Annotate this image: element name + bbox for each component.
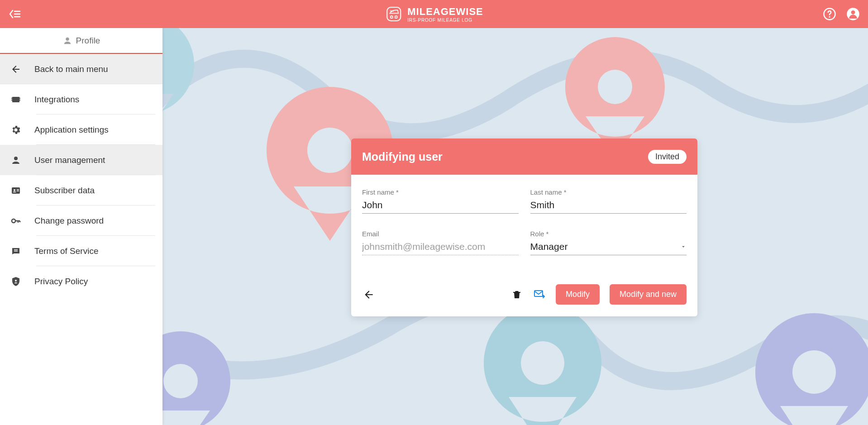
modal-header: Modifying user Invited [351,138,697,175]
role-select[interactable]: Manager [530,240,687,255]
sidebar-item-label: User management [34,155,105,165]
svg-point-28 [15,280,17,282]
sidebar-item-terms[interactable]: Terms of Service [0,236,162,266]
first-name-label: First name * [362,188,519,196]
account-icon [846,7,860,21]
header-right [823,7,860,21]
sidebar-item-label: Integrations [34,95,79,105]
trash-icon [511,289,522,300]
svg-point-19 [14,189,15,191]
key-icon [10,215,22,227]
last-name-input[interactable] [530,199,687,214]
modal-back-button[interactable] [362,288,376,301]
svg-point-31 [598,70,632,104]
help-button[interactable] [823,7,836,21]
modify-button[interactable]: Modify [556,284,600,305]
sidebar-title: Profile [76,36,100,46]
menu-collapse-icon [8,9,21,19]
delete-button[interactable] [510,288,523,301]
sidebar-item-change-password[interactable]: Change password [0,205,162,236]
svg-point-17 [14,157,18,160]
arrow-back-icon [10,63,22,75]
sidebar-item-privacy[interactable]: Privacy Policy [0,266,162,296]
svg-rect-26 [14,249,18,250]
svg-rect-21 [17,191,19,191]
role-label: Role * [530,230,687,238]
sidebar-item-subscriber-data[interactable]: Subscriber data [0,175,162,205]
email-label: Email [362,230,519,238]
menu-toggle-button[interactable] [8,9,21,19]
svg-point-10 [851,10,855,14]
sidebar-item-label: Application settings [34,125,109,135]
status-badge: Invited [648,150,687,164]
svg-point-34 [792,350,836,394]
svg-point-22 [12,219,15,223]
svg-point-29 [307,128,353,173]
svg-rect-14 [11,100,12,100]
svg-point-11 [66,37,69,40]
account-button[interactable] [846,7,860,21]
svg-point-33 [521,341,564,385]
modal-title: Modifying user [362,150,443,163]
svg-point-32 [163,364,198,398]
modify-and-new-button[interactable]: Modify and new [610,284,687,305]
user-management-icon [10,154,22,166]
terms-icon [10,245,22,257]
last-name-field: Last name * [530,188,687,214]
sidebar-item-user-management[interactable]: User management [0,145,162,175]
last-name-label: Last name * [530,188,687,196]
resend-invite-button[interactable] [533,288,546,301]
sidebar: Profile Back to main menu Integrations A… [0,28,162,425]
svg-rect-12 [12,97,19,102]
sidebar-item-label: Terms of Service [34,246,98,256]
sidebar-item-label: Privacy Policy [34,277,88,287]
sidebar-item-label: Subscriber data [34,186,95,196]
profile-icon [62,36,72,46]
brand-tagline: IRS-PROOF MILEAGE LOG [407,18,483,23]
svg-rect-27 [14,251,18,252]
svg-rect-16 [19,100,20,100]
sidebar-item-label: Change password [34,216,104,226]
svg-rect-20 [17,189,19,190]
arrow-back-icon [363,289,375,301]
svg-rect-13 [11,98,12,99]
first-name-field: First name * [362,188,519,214]
logo-icon [385,5,403,23]
brand-name: MILEAGEWISE [407,6,483,18]
integrations-icon [10,94,22,105]
email-input [362,240,519,255]
svg-point-8 [829,16,830,18]
help-icon [823,7,836,21]
chevron-down-icon [680,244,687,252]
privacy-icon [10,276,22,287]
email-field: Email [362,230,519,255]
svg-rect-35 [513,292,520,293]
app-header: MILEAGEWISE IRS-PROOF MILEAGE LOG [0,0,868,28]
svg-rect-15 [19,98,20,99]
first-name-input[interactable] [362,199,519,214]
role-selected-value: Manager [530,240,681,255]
header-left [8,9,21,19]
modal-body: First name * Last name * Email Role * Ma… [351,175,697,280]
mail-forward-icon [533,288,546,301]
sidebar-header: Profile [0,28,162,54]
svg-rect-3 [387,7,401,21]
modify-user-modal: Modifying user Invited First name * Last… [351,138,697,316]
svg-point-4 [391,16,393,18]
settings-icon [10,124,22,136]
sidebar-back-label: Back to main menu [34,64,108,74]
svg-point-5 [395,16,397,18]
sidebar-back[interactable]: Back to main menu [0,54,162,84]
modal-footer: Modify Modify and new [351,280,697,316]
sidebar-item-integrations[interactable]: Integrations [0,84,162,115]
sidebar-item-application-settings[interactable]: Application settings [0,115,162,145]
subscriber-icon [10,185,22,196]
brand-logo: MILEAGEWISE IRS-PROOF MILEAGE LOG [385,5,483,23]
svg-rect-36 [534,291,543,296]
role-field: Role * Manager [530,230,687,255]
